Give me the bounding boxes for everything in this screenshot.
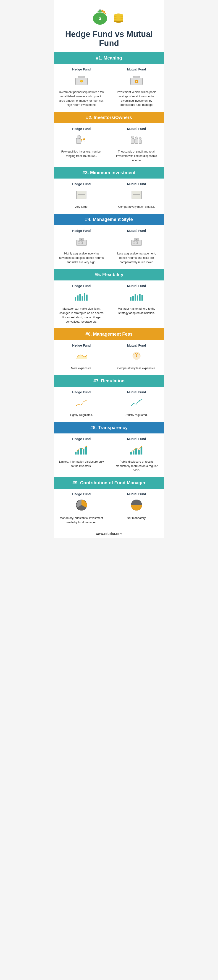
mutual-text-contribution: Not mandatory. (127, 516, 146, 520)
col-mutual-contribution: Mutual Fund Not mandatory. (109, 488, 164, 529)
col-mutual-minimum: Mutual Fund Comparatively much smaller. (109, 178, 164, 214)
svg-point-73 (141, 446, 142, 447)
svg-point-2 (101, 10, 103, 12)
svg-rect-62 (75, 452, 77, 455)
section-header-flexibility: #5. Flexibility (54, 269, 164, 280)
section-body-management-style: Hedge Fund Highly aggressive involving a… (54, 225, 164, 269)
mutual-icon-transparency (129, 443, 144, 457)
svg-rect-54 (135, 294, 136, 301)
col-hedge-transparency: Hedge Fund Limited, Information disclosu… (54, 433, 109, 477)
section-number-meaning: #1. Meaning (96, 56, 122, 60)
section-header-transparency: #8. Transparency (54, 422, 164, 433)
svg-rect-44 (133, 242, 135, 244)
footer-url: www.educba.com (96, 532, 123, 536)
svg-text:$: $ (136, 354, 138, 358)
section-investors: #2. Investors/Owners Hedge Fund Few qual… (54, 112, 164, 167)
mutual-contrib-icon (130, 498, 143, 512)
hedge-label-meaning: Hedge Fund (72, 67, 91, 71)
svg-rect-47 (77, 296, 79, 301)
col-hedge-management-style: Hedge Fund Highly aggressive involving a… (54, 225, 109, 269)
col-mutual-flexibility: Mutual Fund Manager has to adhere to the… (109, 280, 164, 328)
mutual-icon-meaning: $ (130, 73, 143, 88)
hedge-text-investors: Few qualified investors, number ranging … (58, 150, 105, 158)
hedge-icon-transparency (74, 443, 89, 457)
section-number-management-style: #4. Management Style (85, 217, 133, 222)
mutual-text-flexibility: Manager has to adhere to the strategy ad… (114, 307, 160, 315)
col-mutual-transparency: Mutual Fund Public disclosure of results… (109, 433, 164, 477)
section-header-management-style: #4. Management Style (54, 214, 164, 225)
section-header-meaning: #1. Meaning (54, 52, 164, 64)
mutual-label-contribution: Mutual Fund (127, 492, 146, 496)
hedge-text-transparency: Limited, Information disclosure only to … (58, 460, 105, 468)
svg-point-67 (86, 445, 87, 447)
hedge-investors-icon (75, 133, 88, 145)
svg-rect-18 (76, 138, 81, 144)
svg-text:$: $ (136, 81, 137, 83)
section-flexibility: #5. Flexibility Hedge Fund Manager can m… (54, 269, 164, 328)
svg-rect-56 (139, 294, 140, 301)
col-mutual-investors: Mutual Fund Thousands of small and retai… (109, 123, 164, 167)
hedge-mgmt-icon (75, 235, 88, 247)
svg-rect-26 (139, 140, 142, 144)
mutual-text-meaning: Investment vehicle which pools savings o… (114, 90, 160, 107)
section-header-investors: #2. Investors/Owners (54, 112, 164, 123)
hedge-trans-icon (74, 443, 89, 455)
hedge-icon-minimum (75, 188, 88, 202)
mutual-reg-icon (129, 396, 144, 409)
hedge-reg-icon (74, 396, 89, 409)
svg-point-38 (81, 239, 82, 240)
svg-rect-70 (135, 449, 137, 455)
svg-point-43 (136, 239, 137, 240)
svg-rect-28 (77, 191, 86, 199)
section-meaning: #1. Meaning Hedge Fund 🤝 Investment part… (54, 52, 164, 112)
mutual-text-transparency: Public disclosure of results mandatorily… (114, 460, 160, 473)
header: $ Hedge Fund vs Mutual Fund (54, 0, 164, 52)
svg-point-3 (103, 11, 105, 13)
mutual-text-regulation: Strictly regulated. (125, 413, 148, 417)
svg-text:🤝: 🤝 (79, 80, 83, 83)
mutual-label-minimum: Mutual Fund (127, 182, 146, 186)
col-hedge-investors: Hedge Fund Few qualified investors, numb… (54, 123, 109, 167)
svg-text:$: $ (99, 16, 101, 21)
section-number-regulation: #7. Regulation (93, 378, 125, 383)
svg-rect-63 (78, 450, 79, 455)
section-number-investors: #2. Investors/Owners (86, 115, 132, 120)
hedge-label-minimum: Hedge Fund (72, 182, 91, 186)
mutual-text-management-fees: Comparatively less expensive. (117, 366, 156, 371)
mutual-text-management-style: Less aggressive management, hence return… (114, 251, 160, 264)
section-header-regulation: #7. Regulation (54, 375, 164, 387)
infographic-container: $ Hedge Fund vs Mutual Fund #1. Meaning … (54, 0, 164, 538)
svg-rect-39 (78, 242, 80, 244)
svg-rect-71 (138, 450, 140, 455)
svg-rect-72 (140, 447, 142, 455)
col-hedge-minimum: Hedge Fund Very large. (54, 178, 109, 214)
svg-rect-45 (136, 242, 138, 244)
hedge-label-management-fees: Hedge Fund (72, 344, 91, 347)
mutual-text-investors: Thousands of small and retail investors … (114, 150, 160, 162)
svg-rect-69 (133, 450, 135, 455)
section-body-investors: Hedge Fund Few qualified investors, numb… (54, 123, 164, 167)
mutual-flex-icon (129, 290, 144, 302)
svg-rect-57 (141, 295, 143, 301)
section-header-minimum: #3. Minimum investment (54, 167, 164, 178)
mutual-label-management-style: Mutual Fund (127, 229, 146, 232)
mutual-icon-minimum (130, 188, 143, 202)
hedge-label-management-style: Hedge Fund (72, 229, 91, 232)
section-number-contribution: #9. Contribution of Fund Manager (72, 480, 146, 485)
section-body-regulation: Hedge Fund Lightly Regulated. Mutual Fun… (54, 387, 164, 422)
svg-rect-52 (130, 298, 131, 301)
hedge-text-regulation: Lightly Regulated. (70, 413, 93, 417)
mutual-icon-regulation (129, 396, 144, 410)
svg-rect-40 (81, 242, 83, 244)
section-number-flexibility: #5. Flexibility (95, 272, 123, 277)
col-hedge-meaning: Hedge Fund 🤝 Investment partnership betw… (54, 64, 109, 112)
mutual-minimum-icon (130, 188, 143, 200)
mutual-trans-icon (129, 443, 144, 455)
col-hedge-contribution: Hedge Fund Mandatory, substantial invest… (54, 488, 109, 529)
col-hedge-management-fees: Hedge Fund More expensive. (54, 340, 109, 375)
svg-point-23 (131, 136, 134, 138)
col-hedge-regulation: Hedge Fund Lightly Regulated. (54, 387, 109, 422)
mutual-investors-icon (130, 133, 143, 145)
svg-point-21 (83, 138, 85, 140)
hedge-icon-flexibility (74, 290, 89, 304)
